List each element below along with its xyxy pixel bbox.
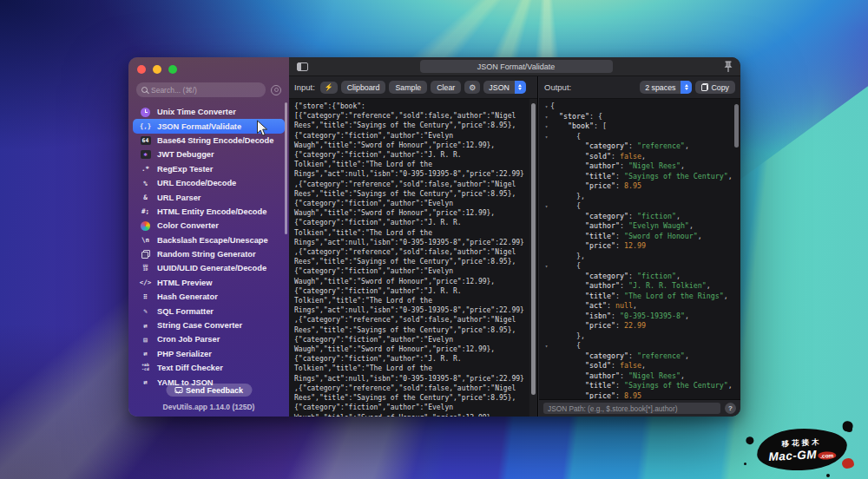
code-line: "category": "fiction",	[542, 272, 732, 282]
sidebar-item-label: UUID/ULID Generate/Decode	[157, 264, 266, 272]
jsonpath-input[interactable]	[543, 403, 720, 414]
watermark-red-splat	[842, 458, 854, 469]
sidebar-item-sql-formatter[interactable]: ✎SQL Formatter	[133, 304, 285, 318]
title-tab-label: JSON Format/Validate	[477, 62, 555, 71]
sidebar-item-cron-job-parser[interactable]: ▤Cron Job Parser	[133, 332, 285, 346]
sidebar-item-jwt-debugger[interactable]: ✱JWT Debugger	[133, 148, 285, 161]
sidebar-item-unix-time-converter[interactable]: Unix Time Converter	[133, 105, 285, 119]
sidebar-toggle-icon[interactable]	[297, 62, 308, 71]
sidebar-item-hash-generator[interactable]: ⠿Hash Generator	[133, 290, 285, 304]
pin-icon[interactable]	[724, 61, 733, 73]
code-line: "title": "Sayings of the Century",	[542, 381, 732, 391]
sidebar-item-random-string-generator[interactable]: Random String Generator	[133, 247, 285, 261]
sidebar-item-label: RegExp Tester	[157, 165, 213, 174]
percent-icon: %	[143, 180, 148, 187]
sidebar-item-label: JSON Format/Validate	[157, 122, 241, 131]
sidebar-item-label: JWT Debugger	[157, 150, 214, 159]
code-line: "price": 8.95	[542, 181, 732, 192]
sidebar-item-html-entity-encode-decode[interactable]: #;HTML Entity Encode/Decode	[133, 205, 285, 219]
fold-gutter	[542, 152, 550, 162]
sidebar-item-text-diff-checker[interactable]: +ab-cdText Diff Checker	[133, 361, 285, 375]
copy-button[interactable]: Copy	[695, 81, 735, 94]
sidebar-item-html-preview[interactable]: </>HTML Preview	[133, 276, 285, 290]
output-editor[interactable]: ▾{▾ "store": {▾ "book": [▾ { "category":…	[539, 99, 740, 399]
search-icon	[141, 87, 148, 93]
search-input[interactable]	[151, 86, 260, 95]
sidebar-item-label: PHP Serializer	[157, 350, 212, 358]
sidebar-scrollbar[interactable]	[285, 102, 288, 234]
mouse-cursor	[256, 120, 268, 137]
code-line: },	[542, 192, 732, 202]
fold-gutter	[542, 221, 550, 232]
fold-gutter	[542, 192, 550, 202]
code-line: "category": "reference",	[542, 351, 732, 362]
sidebar-item-color-converter[interactable]: Color Converter	[133, 219, 285, 233]
sidebar-items: Unix Time Converter{,}JSON Format/Valida…	[128, 105, 289, 390]
uuid-icon: UUID	[143, 265, 148, 273]
indent-select[interactable]: 2 spaces	[640, 81, 692, 94]
sidebar-item-url-encode-decode[interactable]: %URL Encode/Decode	[133, 176, 285, 190]
code-line: "title": "Sword of Honour",	[542, 232, 732, 242]
fold-triangle-icon[interactable]: ▾	[542, 132, 550, 142]
title-tab[interactable]: JSON Format/Validate	[420, 60, 613, 73]
input-settings-button[interactable]: ⚙	[464, 81, 480, 94]
input-toolbar: Input: ⚡ Clipboard Sample Clear ⚙ JSON	[289, 76, 537, 99]
filter-icon[interactable]	[271, 85, 281, 95]
sidebar-item-label: URL Parser	[157, 194, 201, 202]
fold-triangle-icon[interactable]: ▾	[542, 261, 550, 272]
stepper-icon	[515, 81, 526, 94]
watermark-splash: 移花接木 Mac-GM .com	[756, 426, 848, 472]
clear-button[interactable]: Clear	[431, 81, 461, 94]
minimize-button[interactable]	[153, 65, 161, 74]
fold-gutter	[542, 272, 550, 282]
format-select[interactable]: JSON	[483, 81, 525, 94]
fold-gutter	[542, 381, 550, 391]
sidebar-item-regexp-tester[interactable]: .*RegExp Tester	[133, 162, 285, 176]
fold-triangle-icon[interactable]: ▾	[542, 112, 550, 122]
code-line: "author": "Nigel Rees",	[542, 371, 732, 382]
input-editor[interactable]: {"store":{"book": [{"category":"referenc…	[289, 99, 537, 417]
pencil-icon: ✎	[143, 307, 148, 315]
gear-icon: ⚙	[469, 83, 476, 92]
sidebar-item-label: HTML Entity Encode/Decode	[157, 207, 266, 216]
fold-gutter	[542, 281, 550, 292]
clipboard-button[interactable]: Clipboard	[341, 81, 386, 94]
zoom-button[interactable]	[168, 65, 177, 74]
fold-triangle-icon[interactable]: ▾	[542, 341, 550, 351]
lightning-icon: ⚡	[325, 83, 333, 91]
calendar-icon: ▤	[143, 336, 148, 344]
send-feedback-button[interactable]: Send Feedback	[166, 384, 252, 397]
fold-gutter	[542, 241, 550, 252]
input-scrollbar[interactable]	[531, 103, 536, 395]
sidebar-item-string-case-converter[interactable]: ⇄String Case Converter	[133, 318, 285, 332]
input-text: {"store":{"book": [{"category":"referenc…	[294, 102, 527, 417]
sidebar-item-uuid-ulid-generate-decode[interactable]: UUIDUUID/ULID Generate/Decode	[133, 261, 285, 275]
envelope-icon	[174, 387, 182, 393]
fold-gutter	[542, 161, 550, 172]
code-line: "category": "fiction",	[542, 212, 732, 222]
fold-gutter	[542, 312, 550, 322]
auto-detect-button[interactable]: ⚡	[320, 82, 338, 94]
jsonpath-bar: ?	[539, 399, 740, 417]
sample-button[interactable]: Sample	[389, 81, 427, 94]
random-string-icon	[141, 250, 150, 259]
search-field[interactable]	[136, 82, 266, 97]
fold-gutter	[542, 391, 550, 400]
sidebar-item-backslash-escape-unescape[interactable]: \nBackslash Escape/Unescape	[133, 233, 285, 247]
sidebar-item-php-serializer[interactable]: ⇄PHP Serializer	[133, 347, 285, 361]
watermark-brand: Mac-GM	[768, 448, 817, 463]
sidebar-item-label: SQL Formatter	[157, 307, 214, 316]
close-button[interactable]	[137, 65, 146, 74]
fold-gutter	[542, 252, 550, 262]
fold-gutter	[542, 232, 550, 242]
swap-arrows-icon: ⇄	[143, 322, 148, 330]
fold-triangle-icon[interactable]: ▾	[542, 121, 550, 132]
help-button[interactable]: ?	[725, 403, 736, 414]
fold-triangle-icon[interactable]: ▾	[542, 102, 550, 112]
output-scrollbar[interactable]	[734, 104, 739, 148]
format-select-value: JSON	[483, 81, 514, 94]
sidebar-item-url-parser[interactable]: &URL Parser	[133, 190, 285, 204]
indent-select-value: 2 spaces	[640, 81, 681, 94]
input-pane: Input: ⚡ Clipboard Sample Clear ⚙ JSON {…	[289, 76, 538, 417]
fold-triangle-icon[interactable]: ▾	[542, 201, 550, 212]
